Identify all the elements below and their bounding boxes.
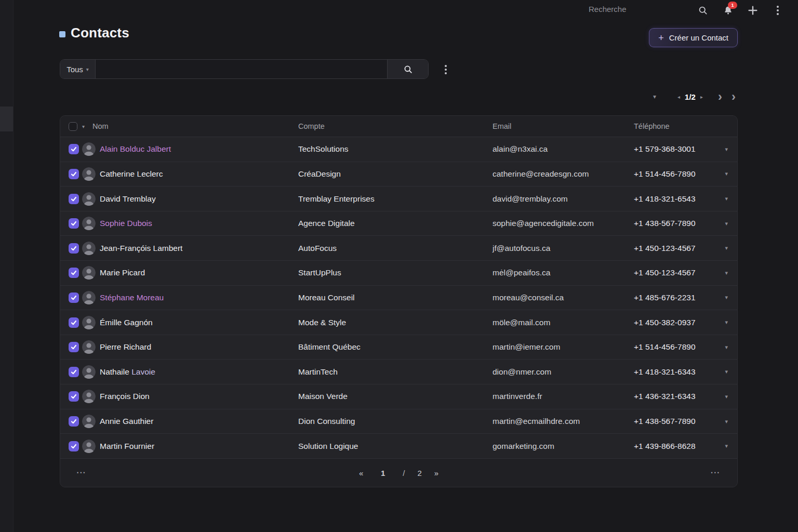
table-row[interactable]: Pierre Richard Bâtiment Québec martin@ie… — [60, 335, 737, 360]
table-row[interactable]: Martin Fournier Solution Logique gomarke… — [60, 433, 737, 458]
table-row[interactable]: Jean-Françóis Lambert AutoFocus jf@autof… — [60, 235, 737, 260]
contact-name[interactable]: Pierre Richard — [100, 342, 298, 352]
contact-name[interactable]: Annie Gauthier — [100, 417, 298, 426]
next-page-triangle-icon[interactable]: ▸ — [699, 93, 704, 101]
row-actions-caret-icon[interactable]: ▾ — [724, 293, 729, 302]
avatar — [82, 415, 96, 428]
row-actions-caret-icon[interactable]: ▾ — [724, 219, 729, 228]
contact-name[interactable]: Marie Picard — [100, 268, 298, 277]
footer-more-left-icon[interactable]: ••• — [74, 470, 89, 476]
row-actions-caret-icon[interactable]: ▾ — [724, 442, 729, 450]
contact-name[interactable]: Martin Fournier — [100, 442, 298, 451]
check-icon — [71, 320, 77, 326]
chevron-down-icon: ▾ — [86, 66, 89, 72]
row-checkbox[interactable] — [69, 268, 79, 278]
row-actions-caret-icon[interactable]: ▾ — [724, 318, 729, 327]
table-row[interactable]: Nathaile Lavoie MartinTech dion@nmer.com… — [60, 359, 737, 384]
avatar — [82, 340, 96, 354]
chevron-right-icon[interactable]: › — [729, 91, 738, 102]
row-checkbox[interactable] — [69, 194, 79, 204]
add-plus-icon[interactable] — [746, 4, 760, 17]
row-actions-caret-icon[interactable]: ▾ — [724, 194, 729, 203]
contact-account: Agence Digitale — [298, 219, 493, 228]
contact-name[interactable]: Nathaile Lavoie — [100, 367, 298, 377]
row-actions-caret-icon[interactable]: ▾ — [724, 269, 729, 277]
left-sidebar-rail[interactable] — [0, 0, 14, 532]
row-actions-caret-icon[interactable]: ▾ — [724, 392, 729, 401]
create-contact-button[interactable]: + Créer un Contact — [649, 28, 738, 47]
table-row[interactable]: David Tremblay Tremblay Enterprises davi… — [60, 186, 737, 211]
row-actions-caret-icon[interactable]: ▾ — [724, 367, 729, 376]
table-row[interactable]: François Dion Maison Verde martinverde.f… — [60, 384, 737, 409]
avatar — [82, 142, 96, 156]
search-input[interactable] — [96, 60, 387, 78]
topbar-kebab-menu-icon[interactable] — [771, 4, 784, 17]
row-checkbox[interactable] — [69, 441, 79, 451]
row-checkbox[interactable] — [69, 367, 79, 377]
previous-page-triangle-icon[interactable]: ◂ — [676, 93, 682, 101]
contact-phone: +1 579-368-3001 — [634, 144, 723, 154]
first-page-button[interactable]: « — [359, 469, 363, 477]
select-all-checkbox[interactable] — [69, 122, 77, 131]
search-icon[interactable] — [696, 4, 710, 17]
row-checkbox[interactable] — [69, 292, 79, 303]
avatar — [82, 217, 96, 230]
contact-account: Dion Consulting — [298, 417, 493, 426]
row-checkbox[interactable] — [69, 144, 79, 154]
column-header-nom[interactable]: Nom — [92, 122, 298, 130]
sidebar-active-indicator[interactable] — [0, 107, 13, 131]
column-header-telephone[interactable]: Téléphone — [634, 122, 723, 130]
row-actions-caret-icon[interactable]: ▾ — [724, 169, 729, 178]
table-body: Alain Bolduc Jalbert TechSolutions alain… — [60, 137, 737, 458]
row-actions-caret-icon[interactable]: ▾ — [724, 145, 729, 154]
footer-more-right-icon[interactable]: ••• — [708, 470, 724, 476]
filter-kebab-menu-icon[interactable] — [439, 63, 453, 76]
table-row[interactable]: Annie Gauthier Dion Consulting martin@ec… — [60, 409, 737, 434]
contact-name[interactable]: Catherine Leclerc — [100, 169, 298, 179]
row-checkbox[interactable] — [69, 169, 79, 179]
contact-name[interactable]: François Dion — [100, 392, 298, 401]
chevron-down-icon[interactable]: ▾ — [82, 124, 92, 129]
chevron-right-icon[interactable]: › — [716, 91, 724, 102]
row-checkbox[interactable] — [69, 391, 79, 402]
table-row[interactable]: Marie Picard StartUpPlus mėl@peaifos.ca … — [60, 260, 737, 285]
contact-name[interactable]: Stéphane Moreau — [100, 293, 298, 302]
row-checkbox[interactable] — [69, 317, 79, 328]
contact-account: Solution Logique — [298, 442, 493, 451]
search-submit-button[interactable] — [387, 60, 428, 78]
contact-account: Mode & Style — [298, 318, 493, 327]
contact-name[interactable]: Sophie Dubois — [100, 219, 298, 228]
kebab-dots — [445, 65, 447, 74]
table-row[interactable]: Catherine Leclerc CréaDesign catherine@c… — [60, 162, 737, 187]
table-row[interactable]: Alain Bolduc Jalbert TechSolutions alain… — [60, 137, 737, 162]
last-page-button[interactable]: » — [434, 469, 438, 477]
contact-name[interactable]: Alain Bolduc Jalbert — [100, 144, 298, 154]
page-1-button[interactable]: 1 — [376, 466, 390, 480]
filter-scope-dropdown[interactable]: Tous ▾ — [60, 60, 96, 78]
notifications-bell-icon[interactable]: 1 — [721, 4, 735, 17]
row-checkbox[interactable] — [69, 218, 79, 229]
top-pagination: ▾ ◂ 1/2 ▸ › › — [651, 91, 738, 102]
page-size-dropdown-icon[interactable]: ▾ — [651, 92, 658, 101]
contact-name[interactable]: David Tremblay — [100, 194, 298, 204]
table-row[interactable]: Sophie Dubois Agence Digitale sophie@age… — [60, 211, 737, 236]
row-actions-caret-icon[interactable]: ▾ — [724, 343, 729, 352]
row-actions-caret-icon[interactable]: ▾ — [724, 244, 729, 252]
contact-phone: +1 514-456-7890 — [634, 169, 723, 179]
avatar — [82, 192, 96, 206]
row-actions-caret-icon[interactable]: ▾ — [724, 417, 729, 426]
contact-phone: +1 450-382-0937 — [634, 318, 723, 327]
row-checkbox[interactable] — [69, 243, 79, 254]
contact-phone: +1 514-456-7890 — [634, 342, 723, 352]
contact-name[interactable]: Émille Gagnón — [100, 318, 298, 327]
contact-name[interactable]: Jean-Françóis Lambert — [100, 244, 298, 253]
column-header-email[interactable]: Email — [493, 122, 634, 130]
column-header-compte[interactable]: Compte — [298, 122, 493, 130]
page-2-button[interactable]: 2 — [417, 469, 421, 477]
table-row[interactable]: Stéphane Moreau Moreau Conseil moreau@co… — [60, 285, 737, 310]
row-checkbox[interactable] — [69, 342, 79, 352]
row-checkbox[interactable] — [69, 416, 79, 427]
bottom-pagination: « 1 / 2 » — [359, 466, 438, 480]
table-row[interactable]: Émille Gagnón Mode & Style möle@mail.com… — [60, 310, 737, 335]
contact-email: david@tremblay.com — [493, 194, 634, 204]
